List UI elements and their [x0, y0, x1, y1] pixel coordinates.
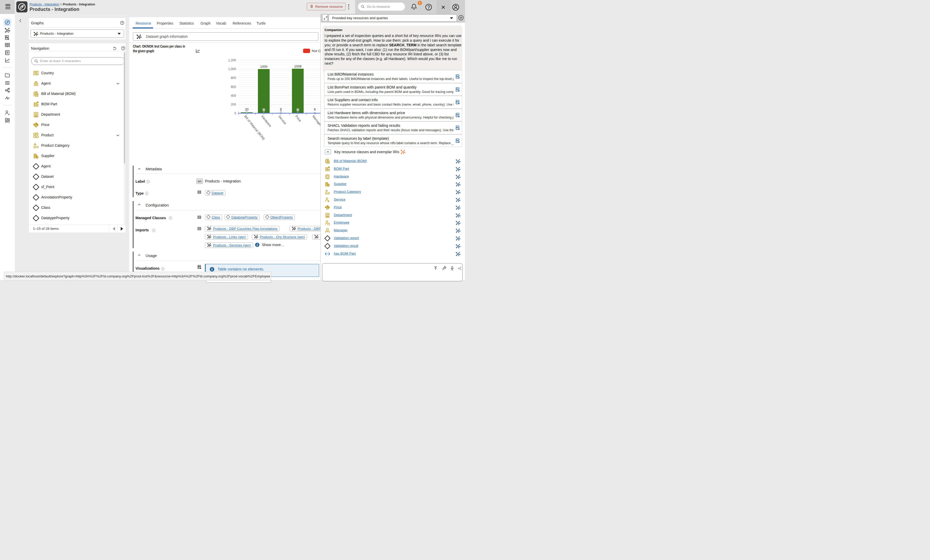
svg-text:Hardware: Hardware	[260, 115, 272, 128]
svg-text:600: 600	[231, 85, 236, 89]
svg-text:800: 800	[231, 76, 236, 80]
svg-text:6: 6	[314, 107, 316, 111]
svg-text:400: 400	[231, 94, 236, 98]
svg-text:1,000: 1,000	[228, 67, 236, 71]
svg-text:Service: Service	[277, 115, 287, 125]
svg-text:1,200: 1,200	[228, 58, 236, 62]
svg-text:0: 0	[297, 108, 299, 112]
svg-text:1009: 1009	[294, 65, 301, 68]
svg-text:0: 0	[263, 108, 265, 112]
svg-text:20: 20	[245, 107, 248, 111]
svg-text:1000: 1000	[260, 65, 267, 69]
svg-text:0: 0	[234, 112, 236, 115]
svg-text:Price: Price	[294, 115, 302, 123]
svg-text:200: 200	[231, 103, 236, 106]
svg-text:9: 9	[280, 107, 282, 111]
